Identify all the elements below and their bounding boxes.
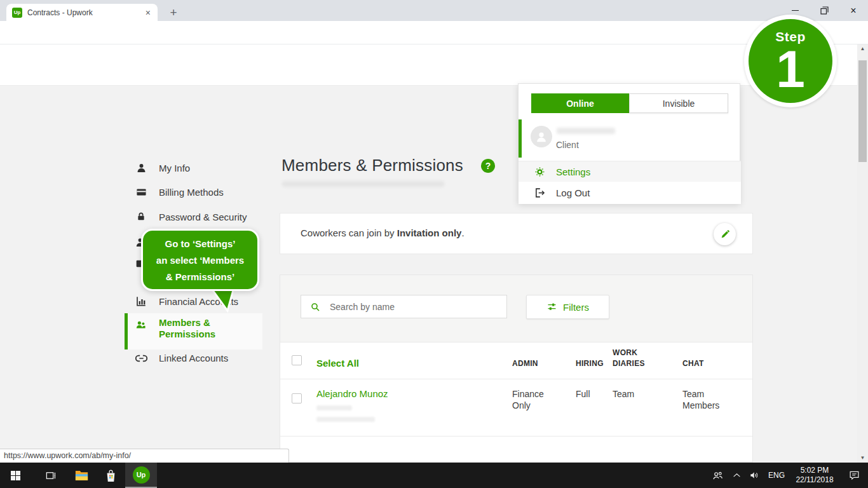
- invite-policy-text: Coworkers can join by Invitation only.: [301, 227, 465, 238]
- site-header: Upwork JOBS FREELANCERS REPORTS MESSAGES…: [0, 44, 857, 86]
- language-indicator[interactable]: ENG: [764, 471, 789, 480]
- taskbar: Up ENG 5:02 PM 22/11/2018: [0, 463, 868, 488]
- menu-item-logout[interactable]: Log Out: [519, 182, 741, 204]
- table-row[interactable]: Alejandro Munoz Finance Only Full Team T…: [280, 379, 753, 436]
- column-header-admin: ADMIN: [512, 358, 538, 369]
- filters-label: Filters: [563, 302, 589, 313]
- avatar-person-icon: [534, 130, 548, 144]
- edit-invite-button[interactable]: [714, 223, 736, 245]
- row-checkbox[interactable]: [292, 393, 302, 403]
- scroll-up-arrow[interactable]: ▲: [857, 44, 868, 53]
- table-row-partial: [280, 436, 753, 463]
- cell-work-diaries: Team: [613, 388, 634, 400]
- task-view-button[interactable]: [37, 463, 65, 488]
- cell-chat: Team Members: [682, 388, 728, 411]
- step-badge-inner: Step 1: [749, 19, 832, 103]
- select-all-checkbox[interactable]: [292, 355, 302, 365]
- sidebar-item-billing-methods[interactable]: Billing Methods: [135, 187, 224, 198]
- column-header-hiring: HIRING: [576, 358, 604, 369]
- clock-time: 5:02 PM: [789, 466, 840, 475]
- window-restore-button[interactable]: [810, 0, 839, 21]
- scrollbar-thumb[interactable]: [858, 60, 867, 162]
- member-name-link[interactable]: Alejandro Munoz: [316, 388, 388, 399]
- sidebar-label: Linked Accounts: [159, 353, 228, 363]
- start-button[interactable]: [0, 463, 31, 488]
- column-header-chat: CHAT: [682, 358, 704, 369]
- scroll-down-arrow[interactable]: ▼: [857, 454, 868, 463]
- logout-icon: [534, 187, 545, 198]
- redacted-account-name: [557, 128, 615, 134]
- person-icon: [135, 163, 147, 173]
- status-bar-link: https://www.upwork.com/ab/my-info/: [0, 449, 289, 463]
- screen: Up Contracts - Upwork × + × https://www.…: [0, 0, 868, 488]
- member-search-box[interactable]: [301, 295, 507, 318]
- settings-label: Settings: [556, 166, 590, 177]
- upwork-taskbar-button[interactable]: Up: [125, 463, 157, 488]
- column-header-work-diaries: WORK DIARIES: [613, 348, 652, 369]
- action-center-icon[interactable]: [840, 470, 868, 481]
- upwork-favicon: Up: [12, 8, 22, 18]
- client-role-label: Client: [556, 140, 579, 150]
- table-header-row: Select All ADMIN HIRING WORK DIARIES CHA…: [280, 342, 753, 379]
- account-dropdown-menu: Online Invisible Client Settings Log Out: [518, 83, 740, 203]
- sidebar-label: Password & Security: [159, 212, 247, 222]
- tray-chevron-up-icon[interactable]: [728, 472, 745, 478]
- cell-hiring: Full: [576, 388, 590, 400]
- filters-button[interactable]: Filters: [526, 295, 609, 319]
- member-search-input[interactable]: [330, 302, 476, 312]
- gear-icon: [534, 166, 545, 177]
- redacted-text: [316, 405, 352, 410]
- tab-close-icon[interactable]: ×: [144, 8, 152, 18]
- file-explorer-button[interactable]: [67, 463, 95, 488]
- sidebar-item-my-info[interactable]: My Info: [135, 163, 190, 173]
- page-title: Members & Permissions: [281, 156, 463, 175]
- browser-tab[interactable]: Up Contracts - Upwork ×: [6, 4, 158, 21]
- members-table-card: Filters Select All ADMIN HIRING WORK DIA…: [280, 274, 753, 463]
- menu-item-settings[interactable]: Settings: [519, 161, 741, 182]
- invite-prefix: Coworkers can join by: [301, 227, 397, 238]
- sidebar-item-password-security[interactable]: Password & Security: [135, 211, 247, 222]
- invisible-toggle-button[interactable]: Invisible: [629, 93, 728, 113]
- invite-policy-card: Coworkers can join by Invitation only.: [280, 213, 753, 254]
- browser-toolbar: https://www.upwork.com: [0, 21, 868, 44]
- microsoft-store-button[interactable]: [97, 463, 125, 488]
- new-tab-button[interactable]: +: [165, 4, 182, 21]
- sidebar-label: Billing Methods: [159, 187, 224, 198]
- sidebar-item-linked-accounts[interactable]: Linked Accounts: [135, 353, 228, 363]
- window-close-button[interactable]: ×: [839, 0, 868, 21]
- coachmark-line: an select ‘Members: [143, 252, 257, 269]
- task-view-icon: [45, 470, 57, 482]
- clock-date: 22/11/2018: [789, 475, 840, 485]
- redacted-text: [316, 417, 375, 422]
- redacted-subtitle: [282, 181, 444, 187]
- active-account-accent: [519, 119, 522, 158]
- pencil-icon: [720, 229, 730, 240]
- client-account-row[interactable]: Client: [519, 119, 741, 160]
- online-toggle-button[interactable]: Online: [531, 93, 629, 113]
- client-avatar: [531, 126, 552, 147]
- sidebar-label: My Info: [159, 163, 190, 173]
- windows-logo-icon: [11, 471, 20, 480]
- clock[interactable]: 5:02 PM 22/11/2018: [789, 466, 840, 485]
- bar-chart-icon: [135, 295, 147, 307]
- select-all-link[interactable]: Select All: [316, 358, 359, 369]
- coachmark-tooltip: Go to ‘Settings’ an select ‘Members & Pe…: [141, 229, 259, 291]
- step-number: 1: [749, 44, 832, 94]
- step-badge: Step 1: [744, 15, 837, 107]
- coachmark-line: Go to ‘Settings’: [143, 236, 257, 252]
- lock-icon: [135, 211, 147, 222]
- volume-icon[interactable]: [745, 470, 764, 480]
- browser-tabstrip: Up Contracts - Upwork × + ×: [0, 0, 868, 21]
- people-tray-icon[interactable]: [707, 470, 728, 482]
- presence-toggle: Online Invisible: [531, 93, 728, 113]
- coachmark-tail: [208, 288, 236, 313]
- logout-label: Log Out: [556, 187, 590, 198]
- invite-bold: Invitation only: [397, 227, 462, 238]
- tab-title: Contracts - Upwork: [27, 8, 144, 17]
- title-help-icon[interactable]: ?: [481, 159, 495, 173]
- browser-scrollbar[interactable]: ▲ ▼: [857, 44, 868, 463]
- active-item-accent: [125, 313, 128, 349]
- microsoft-store-icon: [105, 469, 117, 482]
- members-people-icon: [135, 320, 147, 333]
- sidebar-label-active: Members & Permissions: [159, 317, 248, 340]
